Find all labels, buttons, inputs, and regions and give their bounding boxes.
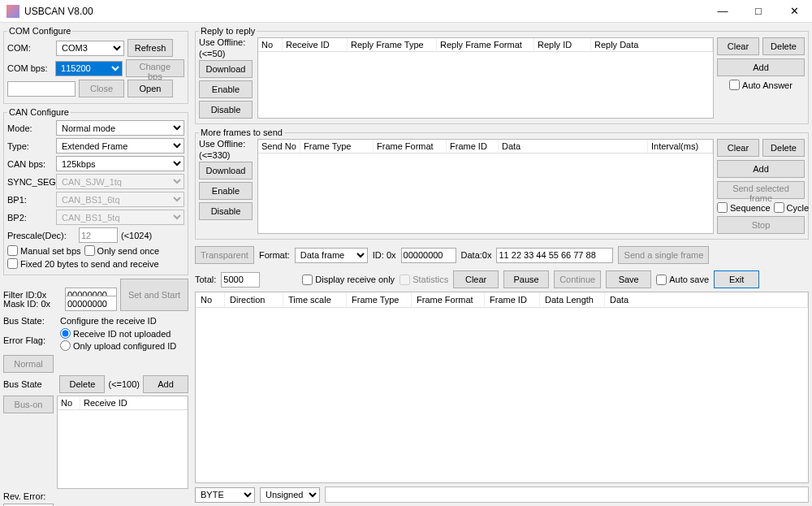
byte-select[interactable]: BYTE xyxy=(195,487,255,503)
manual-bps-check[interactable]: Manual set bps xyxy=(7,245,81,256)
total-input[interactable] xyxy=(221,272,260,288)
only-send-once-check[interactable]: Only send once xyxy=(84,245,159,256)
com-extra-input[interactable] xyxy=(7,81,76,97)
more-add-button[interactable]: Add xyxy=(717,160,805,178)
log-col-ff: Frame Format xyxy=(412,292,485,307)
id-label: ID: 0x xyxy=(373,250,396,260)
sync-label: SYNC_SEG xyxy=(7,177,53,187)
reply-delete-button[interactable]: Delete xyxy=(762,37,805,55)
stop-button[interactable]: Stop xyxy=(717,216,805,234)
data-label: Data:0x xyxy=(461,250,492,260)
status-bar xyxy=(325,487,809,503)
app-icon xyxy=(6,5,19,18)
reply-group: Reply to reply Use Offline: (<=50) Downl… xyxy=(195,26,809,124)
only-configured-radio[interactable]: Only upload configured ID xyxy=(60,340,188,351)
more-col-data: Data xyxy=(499,140,648,153)
rxid-delete-hint: (<=100) xyxy=(108,379,140,389)
log-pause-button[interactable]: Pause xyxy=(503,270,549,288)
normal-button: Normal xyxy=(3,355,54,373)
bus-state-label: Bus State: xyxy=(3,316,57,326)
reply-legend: Reply to reply xyxy=(199,26,257,36)
bus-state-label-2: Bus State xyxy=(3,379,56,389)
sequence-check[interactable]: Sequence xyxy=(717,202,771,213)
more-enable-button[interactable]: Enable xyxy=(199,182,253,200)
prescale-hint: (<1024) xyxy=(121,231,152,240)
bus-on-button: Bus-on xyxy=(3,396,54,413)
fixed-20-check[interactable]: Fixed 20 bytes to send and receive xyxy=(7,258,159,269)
more-frames-table[interactable]: Send No Frame Type Frame Format Frame ID… xyxy=(257,139,714,234)
reply-add-button[interactable]: Add xyxy=(717,58,805,76)
log-clear-button[interactable]: Clear xyxy=(453,270,499,288)
reply-disable-button[interactable]: Disable xyxy=(199,101,253,119)
open-com-button[interactable]: Open xyxy=(127,80,173,97)
can-configure-legend: CAN Configure xyxy=(7,107,71,117)
com-bps-label: COM bps: xyxy=(7,63,52,73)
rxid-col-rid: Receive ID xyxy=(80,396,188,409)
reply-clear-button[interactable]: Clear xyxy=(717,37,759,55)
log-save-button[interactable]: Save xyxy=(606,270,651,288)
more-delete-button[interactable]: Delete xyxy=(762,139,805,157)
reply-enable-button[interactable]: Enable xyxy=(199,80,253,98)
more-col-ft: Frame Type xyxy=(300,140,374,153)
rev-error-label: Rev. Error: xyxy=(3,491,57,501)
refresh-button[interactable]: Refresh xyxy=(127,39,173,57)
format-select[interactable]: Data frame xyxy=(295,248,368,263)
cycle-check[interactable]: Cycle xyxy=(774,202,810,213)
more-frames-legend: More frames to send xyxy=(199,128,284,137)
com-bps-select[interactable]: 115200 xyxy=(55,61,123,76)
display-rx-only-check[interactable]: Display receive only xyxy=(302,275,395,285)
send-selected-button[interactable]: Send selected frame xyxy=(717,181,805,199)
mask-id-label: Mask ID: 0x xyxy=(3,299,62,309)
minimize-button[interactable]: — xyxy=(705,0,741,23)
configure-rx-id-label: Configure the receive ID xyxy=(60,316,157,326)
bp1-select: CAN_BS1_6tq xyxy=(56,192,184,207)
prescale-input xyxy=(79,227,118,243)
log-continue-button[interactable]: Continue xyxy=(554,270,601,288)
log-table[interactable]: No Direction Time scale Frame Type Frame… xyxy=(195,292,809,483)
data-input[interactable] xyxy=(496,248,613,263)
rxid-table[interactable]: No Receive ID xyxy=(57,396,188,489)
transparent-button[interactable]: Transparent xyxy=(195,246,254,264)
log-col-ft: Frame Type xyxy=(347,292,412,307)
reply-col-rplyid: Reply ID xyxy=(534,38,591,51)
signed-select[interactable]: Unsigned xyxy=(260,487,320,503)
rxid-add-button[interactable]: Add xyxy=(143,375,188,393)
id-input[interactable] xyxy=(401,248,456,263)
statistics-check: Statistics xyxy=(400,275,448,285)
error-flag-label: Error Flag: xyxy=(3,335,57,345)
maximize-button[interactable]: □ xyxy=(741,0,776,23)
more-col-intv: Interval(ms) xyxy=(648,140,713,153)
sync-select: CAN_SJW_1tq xyxy=(56,174,184,189)
title-bar: USBCAN V8.00 — □ ✕ xyxy=(0,0,812,23)
more-clear-button[interactable]: Clear xyxy=(717,139,759,157)
type-select[interactable]: Extended Frame xyxy=(56,138,184,154)
bp2-select: CAN_BS1_5tq xyxy=(56,210,184,225)
more-download-button[interactable]: Download xyxy=(199,162,253,179)
reply-col-rd: Reply Data xyxy=(591,38,713,51)
exit-button[interactable]: Exit xyxy=(714,270,759,288)
more-useoffline-label: Use Offline: xyxy=(199,139,254,149)
prescale-label: Prescale(Dec): xyxy=(7,231,76,240)
auto-answer-check[interactable]: Auto Answer xyxy=(717,80,805,90)
send-single-button[interactable]: Send a single frame xyxy=(618,246,709,264)
reply-download-button[interactable]: Download xyxy=(199,60,253,78)
window-title: USBCAN V8.00 xyxy=(24,6,705,17)
auto-save-check[interactable]: Auto save xyxy=(656,275,709,285)
can-bps-select[interactable]: 125kbps xyxy=(56,156,184,171)
close-button[interactable]: ✕ xyxy=(776,0,812,23)
rx-not-uploaded-radio[interactable]: Receive ID not uploaded xyxy=(60,328,188,339)
format-label: Format: xyxy=(259,250,290,260)
set-and-start-button[interactable]: Set and Start xyxy=(120,279,188,311)
com-configure-legend: COM Configure xyxy=(7,26,72,36)
rxid-delete-button[interactable]: Delete xyxy=(59,375,105,393)
more-disable-button[interactable]: Disable xyxy=(199,202,253,220)
mask-id-input[interactable] xyxy=(65,296,117,311)
close-com-button[interactable]: Close xyxy=(79,80,124,97)
mode-select[interactable]: Normal mode xyxy=(56,120,184,136)
change-bps-button[interactable]: Change bps xyxy=(126,59,184,77)
log-col-data: Data xyxy=(605,292,808,307)
log-col-dir: Direction xyxy=(225,292,283,307)
log-col-no: No xyxy=(196,292,225,307)
reply-table[interactable]: No Receive ID Reply Frame Type Reply Fra… xyxy=(257,37,714,119)
com-select[interactable]: COM3 xyxy=(56,41,124,56)
